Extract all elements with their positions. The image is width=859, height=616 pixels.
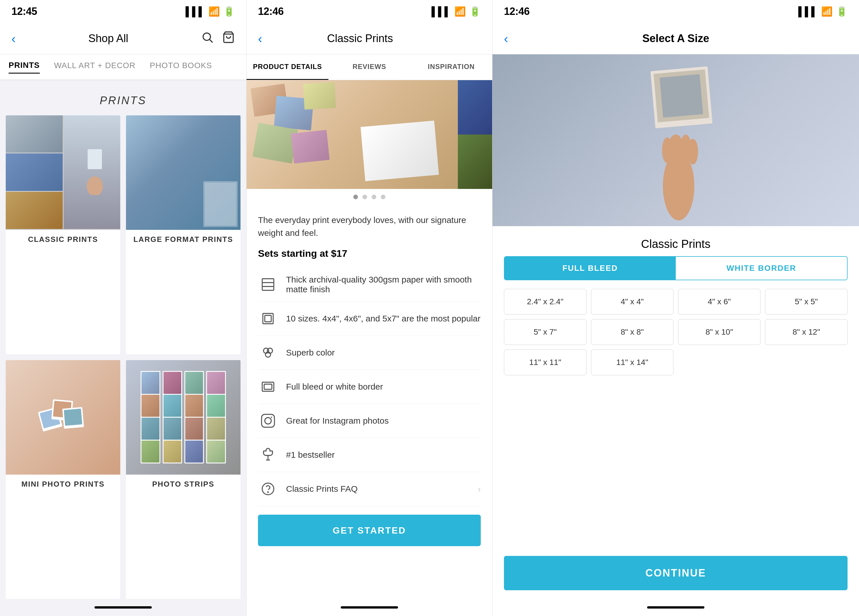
dot-1[interactable] [353, 195, 358, 199]
hero-photo-5 [291, 130, 330, 164]
tab-product-details[interactable]: PRODUCT DETAILS [247, 55, 328, 80]
grid-item-classic-prints[interactable]: CLASSIC PRINTS [6, 115, 120, 354]
back-button-1[interactable]: ‹ [11, 31, 16, 46]
photo-strips-label: PHOTO STRIPS [126, 475, 241, 494]
product-price: Sets starting at $17 [258, 248, 481, 259]
svg-point-34 [688, 139, 698, 165]
large-format-label: LARGE FORMAT PRINTS [126, 230, 241, 249]
photo-cell-3 [6, 192, 63, 229]
nav-title-1: Shop All [89, 32, 128, 45]
product-name: Classic Prints [492, 226, 859, 256]
feature-bestseller-text: #1 bestseller [286, 450, 335, 460]
back-button-3[interactable]: ‹ [504, 31, 508, 46]
hand-holding-svg [604, 60, 747, 220]
wifi-icon-1: 📶 [208, 6, 220, 17]
dot-3[interactable] [372, 195, 376, 199]
size-btn-5[interactable]: 8" x 8" [591, 319, 673, 345]
tab-reviews[interactable]: REVIEWS [328, 55, 410, 80]
full-bleed-option[interactable]: FULL BLEED [504, 257, 676, 280]
feature-bleed: Full bleed or white border [258, 370, 481, 404]
status-bar-3: 12:46 ▌▌▌ 📶 🔋 [492, 0, 859, 23]
select-size-nav: ‹ Select A Size [492, 23, 859, 55]
size-btn-1[interactable]: 4" x 4" [591, 289, 673, 315]
signal-icon-1: ▌▌▌ [186, 6, 205, 17]
faq-icon [258, 479, 278, 499]
hero-main-img [247, 80, 458, 189]
time-1: 12:45 [11, 5, 37, 17]
feature-list: Thick archival-quality 300gsm paper with… [258, 268, 481, 506]
home-bar-1 [94, 606, 152, 608]
faq-item[interactable]: Classic Prints FAQ › [258, 472, 481, 506]
tab-wall-art[interactable]: WALL ART + DECOR [54, 61, 136, 73]
grid-item-mini-prints[interactable]: MINI PHOTO PRINTS [6, 360, 120, 599]
size-btn-7[interactable]: 8" x 12" [765, 319, 848, 345]
bestseller-icon [258, 445, 278, 465]
size-btn-4[interactable]: 5" x 7" [504, 319, 586, 345]
chevron-right-icon: › [478, 484, 481, 494]
grid-item-large-format[interactable]: LARGE FORMAT PRINTS [126, 115, 241, 354]
signal-icon-2: ▌▌▌ [431, 6, 451, 17]
strip-1 [141, 371, 160, 463]
classic-prints-label: CLASSIC PRINTS [6, 230, 120, 249]
sizes-icon [258, 309, 278, 329]
svg-rect-17 [265, 315, 272, 322]
size-hero [492, 55, 859, 226]
nav-icons-1 [201, 31, 235, 46]
svg-point-0 [203, 33, 211, 41]
continue-button[interactable]: CONTINUE [504, 556, 848, 590]
svg-point-27 [268, 492, 268, 492]
cart-icon-1[interactable] [222, 31, 235, 46]
time-3: 12:46 [504, 5, 530, 17]
tab-inspiration[interactable]: INSPIRATION [410, 55, 492, 80]
nav-bar-1: ‹ Shop All [0, 23, 246, 55]
hero-photo-4 [253, 123, 298, 164]
size-btn-3[interactable]: 5" x 5" [765, 289, 848, 315]
strip-2 [162, 371, 182, 463]
signal-icon-3: ▌▌▌ [798, 6, 818, 17]
product-content: The everyday print everybody loves, with… [247, 205, 492, 599]
search-icon-1[interactable] [201, 31, 214, 46]
strip-3 [184, 371, 204, 463]
back-button-2[interactable]: ‹ [258, 31, 262, 46]
tab-photo-books[interactable]: PHOTO BOOKS [150, 61, 212, 73]
mini-prints-label: MINI PHOTO PRINTS [6, 475, 120, 494]
color-icon [258, 343, 278, 363]
hero-side-top [458, 80, 492, 134]
hero-side-img [458, 80, 492, 189]
home-bar-2 [341, 606, 398, 608]
size-btn-8[interactable]: 11" x 11" [504, 349, 586, 375]
svg-rect-23 [262, 415, 275, 427]
instagram-icon [258, 411, 278, 431]
grid-item-photo-strips[interactable]: PHOTO STRIPS [126, 360, 241, 599]
home-indicator-3 [492, 599, 859, 616]
mini-prints-image [6, 360, 120, 475]
battery-icon-2: 🔋 [469, 6, 481, 17]
size-grid: 2.4" x 2.4" 4" x 4" 4" x 6" 5" x 5" 5" x… [492, 289, 859, 375]
hero-collage [247, 80, 492, 189]
home-indicator-2 [247, 599, 492, 616]
product-hero [247, 80, 492, 189]
get-started-button[interactable]: GET STARTED [258, 515, 481, 546]
feature-color: Superb color [258, 336, 481, 370]
tab-bar-1: PRINTS WALL ART + DECOR PHOTO BOOKS [0, 55, 246, 80]
tab-prints[interactable]: PRINTS [9, 61, 40, 73]
hero-photo-3 [303, 82, 336, 110]
dot-4[interactable] [381, 195, 386, 199]
size-btn-2[interactable]: 4" x 6" [678, 289, 761, 315]
svg-rect-30 [660, 74, 703, 118]
feature-sizes: 10 sizes. 4x4", 4x6", and 5x7" are the m… [258, 302, 481, 336]
status-icons-1: ▌▌▌ 📶 🔋 [186, 6, 235, 17]
size-btn-9[interactable]: 11" x 14" [591, 349, 673, 375]
photo-cell-2 [6, 153, 63, 191]
panel-classic-prints: 12:46 ▌▌▌ 📶 🔋 ‹ Classic Prints PRODUCT D… [246, 0, 492, 616]
feature-color-text: Superb color [286, 348, 335, 357]
size-btn-0[interactable]: 2.4" x 2.4" [504, 289, 586, 315]
svg-point-4 [87, 176, 103, 195]
lf-photo-bg [126, 115, 241, 230]
white-border-option[interactable]: WHITE BORDER [676, 257, 847, 280]
dot-2[interactable] [362, 195, 367, 199]
home-bar-3 [647, 606, 704, 608]
size-btn-6[interactable]: 8" x 10" [678, 319, 761, 345]
hero-side-bot [458, 134, 492, 189]
status-icons-3: ▌▌▌ 📶 🔋 [798, 6, 848, 17]
